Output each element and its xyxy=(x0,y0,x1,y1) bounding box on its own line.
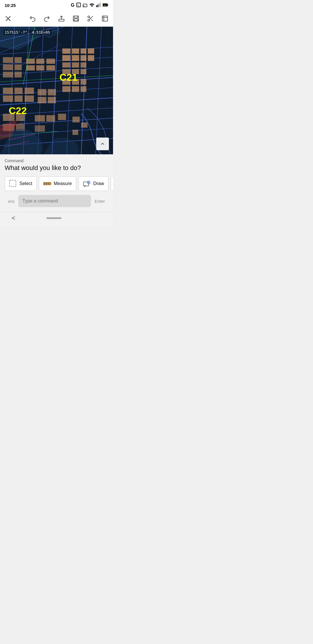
svg-rect-78 xyxy=(38,97,46,103)
svg-point-18 xyxy=(88,19,90,21)
action-buttons: Select Measure xyxy=(5,176,108,191)
svg-rect-50 xyxy=(81,55,86,61)
command-input-row: esc Enter xyxy=(5,195,108,209)
command-question: What would you like to do? xyxy=(5,164,108,172)
svg-line-20 xyxy=(91,19,93,21)
svg-rect-60 xyxy=(3,64,13,70)
svg-rect-89 xyxy=(46,115,55,122)
more-button[interactable] xyxy=(111,176,113,191)
svg-rect-58 xyxy=(3,57,13,63)
svg-rect-46 xyxy=(81,48,86,54)
svg-rect-77 xyxy=(48,89,56,95)
draw-button[interactable]: Draw xyxy=(79,176,108,191)
select-button[interactable]: Select xyxy=(5,176,37,191)
command-input[interactable] xyxy=(18,195,91,207)
map-label-c22: C22 xyxy=(9,105,27,116)
svg-line-118 xyxy=(84,185,85,187)
signal-icon xyxy=(96,2,101,8)
svg-rect-13 xyxy=(59,19,64,21)
measure-icon xyxy=(43,181,51,186)
svg-rect-67 xyxy=(26,65,35,70)
share-button[interactable] xyxy=(57,14,66,23)
svg-rect-90 xyxy=(58,114,66,120)
svg-rect-66 xyxy=(46,59,55,64)
measure-button[interactable]: Measure xyxy=(39,176,76,191)
svg-rect-95 xyxy=(81,122,88,128)
battery-icon: ⚡ xyxy=(103,3,108,8)
svg-rect-51 xyxy=(88,55,94,61)
svg-rect-71 xyxy=(14,88,23,94)
svg-rect-88 xyxy=(35,115,45,122)
status-time: 10:25 xyxy=(5,3,16,8)
select-label: Select xyxy=(19,181,32,186)
svg-rect-48 xyxy=(62,55,70,61)
svg-rect-70 xyxy=(3,88,13,94)
esc-button[interactable]: esc xyxy=(5,196,18,207)
back-button[interactable]: < xyxy=(12,214,15,222)
home-pill[interactable] xyxy=(46,217,61,219)
svg-rect-52 xyxy=(62,62,70,68)
svg-rect-22 xyxy=(102,16,108,21)
svg-rect-57 xyxy=(81,69,86,74)
expand-button[interactable] xyxy=(100,14,110,23)
svg-rect-74 xyxy=(14,95,23,102)
svg-rect-85 xyxy=(81,86,86,92)
notification-icon: 2 xyxy=(76,2,81,8)
svg-rect-82 xyxy=(81,79,86,85)
status-icons: G 2 xyxy=(71,2,108,8)
draw-icon xyxy=(83,180,91,188)
google-icon: G xyxy=(71,3,74,8)
close-button[interactable] xyxy=(3,14,13,23)
svg-rect-106 xyxy=(10,180,16,187)
measure-label: Measure xyxy=(54,181,72,186)
svg-rect-72 xyxy=(25,88,34,94)
redo-button[interactable] xyxy=(42,14,52,23)
svg-rect-76 xyxy=(38,89,46,95)
svg-rect-83 xyxy=(62,86,70,92)
map-svg xyxy=(0,27,113,154)
map-expand-button[interactable] xyxy=(96,138,109,150)
svg-rect-75 xyxy=(25,95,34,102)
enter-button[interactable]: Enter xyxy=(91,196,108,207)
svg-rect-4 xyxy=(97,4,98,7)
cursor-scissors-button[interactable] xyxy=(86,14,95,23)
map-coordinates: 157515'-7", 4.51E+05 xyxy=(3,30,52,35)
svg-rect-8 xyxy=(108,4,108,6)
svg-line-21 xyxy=(89,17,90,19)
svg-point-17 xyxy=(88,16,90,18)
svg-rect-59 xyxy=(14,57,22,63)
svg-rect-53 xyxy=(72,62,79,68)
svg-rect-5 xyxy=(99,3,100,7)
wifi-icon xyxy=(89,2,94,8)
draw-label: Draw xyxy=(93,181,104,186)
svg-rect-3 xyxy=(96,5,97,7)
svg-rect-68 xyxy=(36,65,44,70)
svg-rect-65 xyxy=(36,59,44,64)
svg-rect-44 xyxy=(62,48,70,54)
command-label: Command: xyxy=(5,158,108,163)
svg-rect-61 xyxy=(14,64,22,70)
svg-rect-47 xyxy=(88,48,94,54)
svg-rect-96 xyxy=(72,130,78,135)
toolbar xyxy=(0,10,113,27)
svg-text:2: 2 xyxy=(77,4,79,6)
svg-rect-49 xyxy=(72,55,79,61)
svg-rect-16 xyxy=(74,19,78,21)
svg-rect-84 xyxy=(72,86,79,92)
svg-rect-2 xyxy=(83,4,87,7)
bottom-nav: < xyxy=(0,212,113,226)
svg-text:⚡: ⚡ xyxy=(104,4,106,6)
save-button[interactable] xyxy=(71,14,81,23)
svg-rect-69 xyxy=(46,65,55,70)
svg-rect-62 xyxy=(3,72,13,77)
svg-rect-73 xyxy=(3,95,13,102)
svg-rect-15 xyxy=(74,16,77,18)
svg-rect-54 xyxy=(81,62,86,68)
svg-rect-6 xyxy=(100,2,101,7)
command-area: Command: What would you like to do? Sele… xyxy=(0,154,113,212)
svg-rect-63 xyxy=(14,72,22,77)
undo-button[interactable] xyxy=(28,14,37,23)
map-container[interactable]: 157515'-7", 4.51E+05 C21 C22 xyxy=(0,27,113,154)
svg-rect-94 xyxy=(72,117,80,122)
select-icon xyxy=(9,180,17,188)
